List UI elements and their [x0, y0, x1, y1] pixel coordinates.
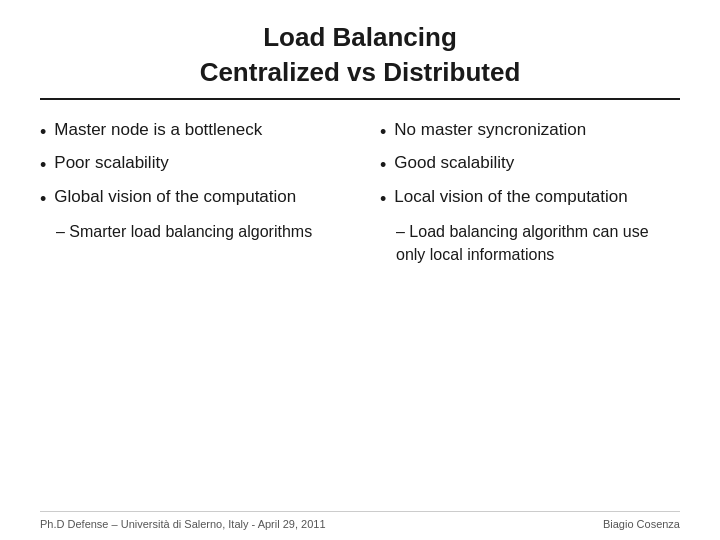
- footer-right: Biagio Cosenza: [603, 518, 680, 530]
- bullet-text-2: Good scalability: [394, 151, 514, 175]
- right-column: • No master syncronization • Good scalab…: [360, 118, 680, 511]
- list-item: • Local vision of the computation: [380, 185, 680, 212]
- bullet-text-3: Local vision of the computation: [394, 185, 627, 209]
- footer-left: Ph.D Defense – Università di Salerno, It…: [40, 518, 326, 530]
- right-sub-item: – Load balancing algorithm can use only …: [396, 220, 680, 266]
- bullet-icon: •: [40, 120, 46, 145]
- list-item: • Good scalability: [380, 151, 680, 178]
- bullet-text-1: Master node is a bottleneck: [54, 118, 262, 142]
- title-line-2: Centralized vs Distributed: [40, 55, 680, 90]
- slide: Load Balancing Centralized vs Distribute…: [0, 0, 720, 540]
- list-item: • Global vision of the computation: [40, 185, 340, 212]
- title-area: Load Balancing Centralized vs Distribute…: [40, 20, 680, 100]
- bullet-icon: •: [380, 120, 386, 145]
- footer: Ph.D Defense – Università di Salerno, It…: [40, 511, 680, 530]
- right-bullet-list: • No master syncronization • Good scalab…: [380, 118, 680, 212]
- bullet-text-2: Poor scalability: [54, 151, 168, 175]
- left-bullet-list: • Master node is a bottleneck • Poor sca…: [40, 118, 340, 212]
- bullet-icon: •: [380, 187, 386, 212]
- bullet-icon: •: [380, 153, 386, 178]
- bullet-text-3: Global vision of the computation: [54, 185, 296, 209]
- list-item: • No master syncronization: [380, 118, 680, 145]
- content-area: • Master node is a bottleneck • Poor sca…: [40, 108, 680, 511]
- list-item: • Master node is a bottleneck: [40, 118, 340, 145]
- bullet-icon: •: [40, 187, 46, 212]
- bullet-icon: •: [40, 153, 46, 178]
- left-sub-item: – Smarter load balancing algorithms: [56, 220, 340, 243]
- list-item: • Poor scalability: [40, 151, 340, 178]
- bullet-text-1: No master syncronization: [394, 118, 586, 142]
- title-line-1: Load Balancing: [40, 20, 680, 55]
- left-column: • Master node is a bottleneck • Poor sca…: [40, 118, 360, 511]
